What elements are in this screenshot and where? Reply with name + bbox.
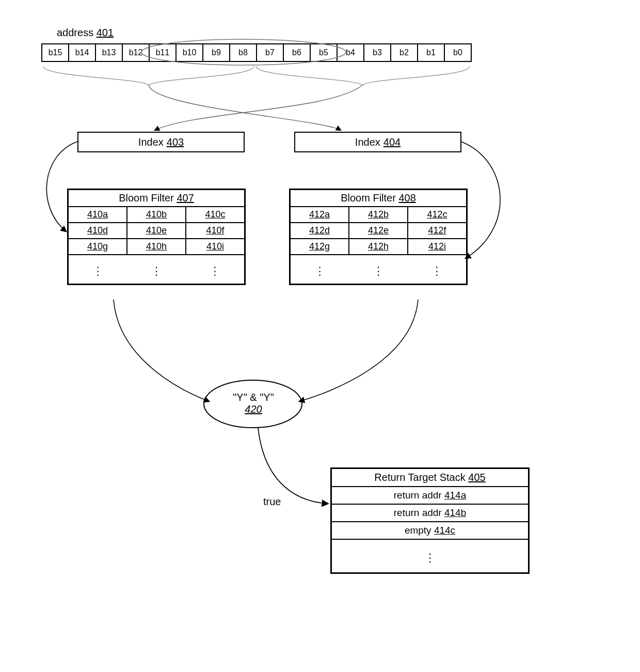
bit-cell: b11 xyxy=(149,43,177,62)
table-cell: 412e xyxy=(349,223,408,238)
bit-cell: b12 xyxy=(122,43,150,62)
table-row: 412g412h412i xyxy=(291,239,466,255)
index-left-box: Index 403 xyxy=(77,132,245,152)
and-node: "Y" & "Y" 420 xyxy=(210,392,297,415)
bloom-title: Bloom Filter 408 xyxy=(291,190,466,207)
rstack-row: return addr 414a xyxy=(332,487,528,505)
bit-cell: b4 xyxy=(337,43,364,62)
table-cell: 412c xyxy=(408,207,466,222)
rstack-row: return addr 414b xyxy=(332,505,528,522)
table-cell: 412h xyxy=(349,239,408,254)
table-row: 412d412e412f xyxy=(291,223,466,239)
table-cell: 410b xyxy=(127,207,186,222)
bit-cell: b8 xyxy=(229,43,257,62)
table-cell: 412i xyxy=(408,239,466,254)
bit-cell: b0 xyxy=(444,43,472,62)
rstack-title: Return Target Stack 405 xyxy=(332,469,528,487)
table-row: 410a410b410c xyxy=(69,207,244,223)
address-bit-row: b15b14b13b12b11b10b9b8b7b6b5b4b3b2b1b0 xyxy=(41,43,472,62)
bit-cell: b3 xyxy=(363,43,391,62)
bit-cell: b5 xyxy=(310,43,338,62)
bloom-filter-right: Bloom Filter 408412a412b412c412d412e412f… xyxy=(289,189,468,285)
bit-cell: b14 xyxy=(68,43,96,62)
table-cell: 410i xyxy=(186,239,244,254)
bit-cell: b13 xyxy=(95,43,123,62)
table-cell: 410g xyxy=(69,239,127,254)
table-cell: 410e xyxy=(127,223,186,238)
table-row: 410d410e410f xyxy=(69,223,244,239)
bit-cell: b15 xyxy=(41,43,69,62)
table-cell: 410c xyxy=(186,207,244,222)
table-cell: 410a xyxy=(69,207,127,222)
table-cell: 412b xyxy=(349,207,408,222)
table-cell: 410f xyxy=(186,223,244,238)
bit-cell: b6 xyxy=(283,43,311,62)
table-cell: 412g xyxy=(291,239,349,254)
bit-cell: b1 xyxy=(417,43,445,62)
bit-cell: b2 xyxy=(390,43,418,62)
diagram-canvas: address 401 b15b14b13b12b11b10b9b8b7b6b5… xyxy=(0,0,640,672)
table-row: 412a412b412c xyxy=(291,207,466,223)
address-label: address 401 xyxy=(57,27,114,39)
table-cell: 410d xyxy=(69,223,127,238)
bloom-title: Bloom Filter 407 xyxy=(69,190,244,207)
return-target-stack: Return Target Stack 405return addr 414ar… xyxy=(330,467,530,574)
bloom-filter-left: Bloom Filter 407410a410b410c410d410e410f… xyxy=(67,189,246,285)
rstack-row: empty 414c xyxy=(332,522,528,540)
bit-cell: b10 xyxy=(175,43,203,62)
table-cell: 412f xyxy=(408,223,466,238)
bit-cell: b7 xyxy=(256,43,284,62)
table-cell: 410h xyxy=(127,239,186,254)
table-row: 410g410h410i xyxy=(69,239,244,255)
bit-cell: b9 xyxy=(202,43,230,62)
index-right-box: Index 404 xyxy=(294,132,461,152)
table-cell: 412d xyxy=(291,223,349,238)
edge-label-true: true xyxy=(263,496,281,508)
table-cell: 412a xyxy=(291,207,349,222)
